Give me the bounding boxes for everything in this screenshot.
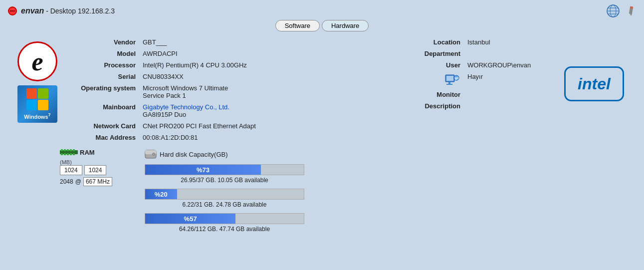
ram-icon (60, 148, 78, 156)
hdd-bar-container-2: %20 (145, 189, 304, 200)
ram-boxes: 1024 1024 (60, 165, 130, 175)
hdd-info-2: 6.22/31 GB. 24.78 GB available (145, 201, 304, 208)
hdd-bar-fill-1: %73 (145, 165, 261, 175)
ram-speed: 667 MHz (83, 177, 112, 186)
flag-q3 (26, 100, 37, 110)
pencil-icon[interactable] (626, 5, 636, 16)
hdd-info-3: 64.26/112 GB. 47.74 GB available (145, 226, 304, 233)
description-value (464, 100, 554, 112)
hdd-icon (145, 148, 157, 160)
host-ip: 192.168.2.3 (78, 7, 115, 15)
ram-section: RAM (MB) 1024 1024 2048 @ 667 MHz (60, 148, 130, 186)
hdd-percent-1: %73 (197, 166, 210, 174)
description-row: Description (395, 100, 554, 112)
e-logo: e (17, 41, 57, 81)
hdd-percent-3: %57 (184, 215, 197, 223)
ram-at: @ (75, 178, 81, 185)
hdd-title: Hard disk Capacity(GB) (145, 148, 634, 160)
host-title: envan - Desktop 192.168.2.3 (21, 6, 115, 15)
monitor-row: Monitor (395, 89, 554, 100)
user-row: User WORKGROUP\envan (395, 59, 554, 71)
ram-total-row: 2048 @ 667 MHz (60, 177, 130, 186)
host-name: envan (21, 6, 44, 15)
windows-label: Windows7 (24, 112, 50, 120)
monitor-label: Monitor (395, 89, 464, 100)
flag-q1 (26, 88, 37, 99)
flag-q4 (38, 100, 48, 110)
hdd-unit: (GB) (214, 151, 227, 158)
hdd-drive-2: %20 6.22/31 GB. 24.78 GB available (145, 189, 634, 208)
svg-point-29 (153, 154, 155, 155)
hdd-section: Hard disk Capacity(GB) %73 26.95/37 GB. … (145, 148, 634, 238)
hayir-row: IP Hayır (395, 71, 554, 89)
vendor-row: Vendor GBT___ (70, 36, 385, 48)
svg-rect-12 (446, 84, 452, 85)
tab-software[interactable]: Software (275, 20, 320, 31)
ram-total: 2048 (60, 178, 73, 185)
intel-text: intel (578, 75, 611, 93)
department-value (464, 48, 554, 59)
mainboard-value-text: Gigabyte Technology Co., Ltd. (143, 103, 229, 111)
serial-label: Serial (70, 71, 140, 82)
mac-value: 00:08:A1:2D:D0:81 (140, 132, 385, 143)
model-label: Model (70, 48, 140, 59)
location-row: Location Istanbul (395, 36, 554, 48)
location-value: Istanbul (464, 36, 554, 48)
hdd-drive-1: %73 26.95/37 GB. 10.05 GB available (145, 164, 634, 184)
info-section: Vendor GBT___ Model AWRDACPI Processor I… (65, 36, 554, 143)
bottom-section: RAM (MB) 1024 1024 2048 @ 667 MHz Hard d… (0, 143, 644, 243)
info-right: Location Istanbul Department User WORKGR… (395, 36, 554, 143)
svg-rect-19 (70, 149, 72, 151)
mac-label: Mac Address (70, 132, 140, 143)
minus-icon (10, 10, 15, 11)
hayir-icon-cell: IP (395, 71, 464, 89)
svg-point-5 (607, 5, 619, 17)
department-label: Department (395, 48, 464, 59)
top-icons (606, 4, 636, 18)
svg-text:IP: IP (455, 76, 459, 81)
windows-flag (26, 88, 48, 110)
right-info-table: Location Istanbul Department User WORKGR… (395, 36, 554, 112)
user-value: WORKGROUP\envan (464, 59, 554, 71)
ram-slot2: 1024 (84, 165, 107, 175)
top-bar: envan - Desktop 192.168.2.3 (0, 0, 644, 20)
vendor-value: GBT___ (140, 36, 385, 48)
svg-rect-16 (61, 149, 63, 151)
os-value-text: Microsoft Windows 7 Ultimate (143, 84, 228, 92)
svg-rect-24 (70, 153, 72, 155)
hdd-percent-2: %20 (155, 191, 168, 198)
hdd-bar-container-3: %57 (145, 213, 304, 224)
globe-icon[interactable] (606, 4, 620, 18)
os-value: Microsoft Windows 7 Ultimate Service Pac… (140, 82, 385, 101)
mainboard-label: Mainboard (70, 101, 140, 120)
main-content: e Windows7 Vendor GBT___ Model AWRDACPI (0, 36, 644, 143)
info-table: Vendor GBT___ Model AWRDACPI Processor I… (70, 36, 385, 143)
processor-label: Processor (70, 59, 140, 71)
svg-rect-21 (61, 153, 63, 155)
top-left: envan - Desktop 192.168.2.3 (8, 6, 115, 15)
hdd-bar-container-1: %73 (145, 164, 304, 175)
processor-row: Processor Intel(R) Pentium(R) 4 CPU 3.00… (70, 59, 385, 71)
svg-rect-10 (446, 76, 453, 81)
processor-value: Intel(R) Pentium(R) 4 CPU 3.00GHz (140, 59, 385, 71)
hdd-label: Hard disk Capacity(GB) (160, 151, 228, 158)
svg-rect-20 (73, 149, 75, 151)
svg-rect-22 (64, 153, 66, 155)
os-row: Operating system Microsoft Windows 7 Ult… (70, 82, 385, 101)
hayir-value: Hayır (464, 71, 554, 89)
serial-row: Serial CNU80334XX (70, 71, 385, 82)
model-row: Model AWRDACPI (70, 48, 385, 59)
os-sp-text: Service Pack 1 (143, 92, 186, 99)
os-label: Operating system (70, 82, 140, 101)
department-row: Department (395, 48, 554, 59)
ram-label: RAM (80, 149, 95, 156)
monitor-value (464, 89, 554, 100)
ram-subtitle: (MB) (60, 159, 130, 165)
mac-row: Mac Address 00:08:A1:2D:D0:81 (70, 132, 385, 143)
tab-hardware[interactable]: Hardware (322, 20, 369, 31)
network-label: Network Card (70, 120, 140, 132)
close-button[interactable] (8, 6, 17, 15)
tab-bar: Software Hardware (0, 20, 644, 31)
left-icons: e Windows7 (10, 36, 65, 143)
svg-rect-23 (67, 153, 69, 155)
